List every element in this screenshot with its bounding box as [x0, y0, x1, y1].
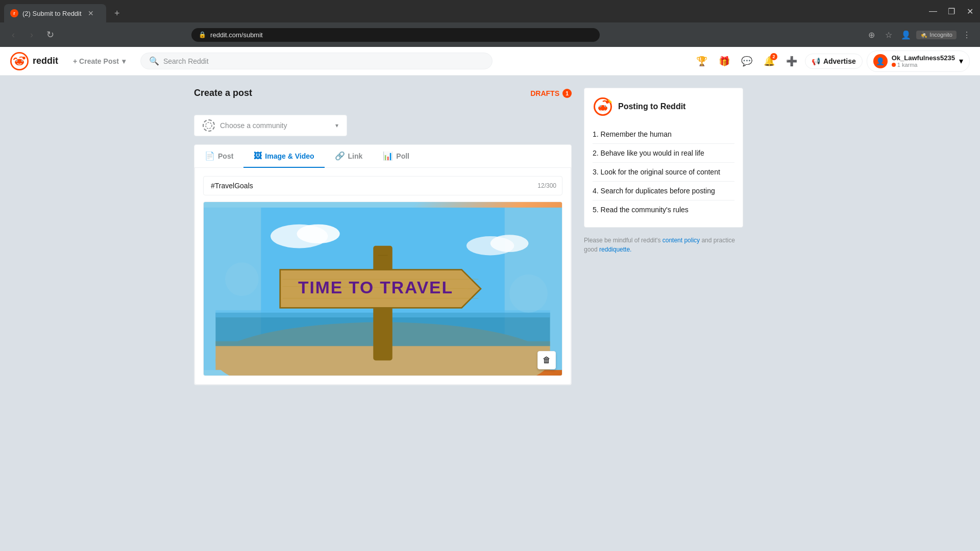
svg-point-32	[509, 274, 548, 313]
create-post-chevron: ▾	[122, 57, 126, 65]
browser-toolbar: ‹ › ↻ 🔒 reddit.com/submit ⊕ ☆ 👤 🕵 Incogn…	[0, 22, 980, 47]
tabs-header: 📄 Post 🖼 Image & Video 🔗 Link 📊 Poll	[194, 145, 571, 168]
minimize-button[interactable]: —	[927, 5, 939, 17]
incognito-badge: 🕵 Incognito	[916, 31, 957, 39]
profile-icon[interactable]: 👤	[899, 28, 913, 42]
megaphone-icon: 📢	[812, 57, 820, 65]
policy-text: Please be mindful of reddit's content po…	[584, 236, 743, 254]
add-button[interactable]: ➕	[782, 52, 801, 70]
image-container: TIME TO TRAVEL 🗑	[203, 202, 562, 376]
tab-link[interactable]: 🔗 Link	[325, 145, 373, 168]
notifications-button[interactable]: 🔔 2	[760, 52, 778, 70]
rule-item-4: 4. Search for duplicates before posting	[593, 182, 734, 201]
content-policy-link[interactable]: content policy	[663, 237, 700, 244]
image-tab-icon: 🖼	[254, 152, 262, 161]
coins-button[interactable]: 🎁	[715, 52, 733, 70]
user-info: Ok_Lawfulness5235 1 karma	[892, 54, 955, 68]
reddit-header: reddit + Create Post ▾ 🔍 Search Reddit 🏆…	[0, 47, 980, 76]
drafts-count: 1	[562, 89, 572, 98]
reddit-logo-svg	[10, 52, 29, 70]
main-content: Create a post DRAFTS 1 Choose a communit…	[184, 76, 796, 397]
link-tab-icon: 🔗	[335, 151, 345, 161]
active-tab[interactable]: r (2) Submit to Reddit ✕	[4, 4, 106, 22]
post-tab-icon: 📄	[205, 151, 215, 161]
svg-point-5	[16, 60, 17, 61]
trash-icon: 🗑	[543, 356, 551, 365]
travel-scene-svg: TIME TO TRAVEL	[204, 202, 562, 375]
karma-dot	[892, 63, 896, 67]
community-chooser[interactable]: Choose a community ▾	[194, 115, 347, 136]
community-circle-icon	[205, 122, 212, 129]
avatar: 👤	[873, 54, 888, 68]
page-title: Create a post	[194, 88, 252, 98]
svg-point-31	[225, 263, 259, 296]
policy-prefix: Please be mindful of reddit's	[584, 237, 663, 244]
tab-poll-label: Poll	[396, 152, 409, 160]
karma-value: 1 karma	[897, 62, 918, 68]
incognito-hat-icon: 🕵	[920, 32, 927, 38]
svg-text:TIME TO TRAVEL: TIME TO TRAVEL	[298, 278, 453, 297]
new-tab-button[interactable]: +	[110, 6, 124, 21]
tab-poll[interactable]: 📊 Poll	[373, 145, 420, 168]
tab-image-label: Image & Video	[265, 152, 314, 160]
window-controls: — ❐ ✕	[927, 5, 980, 21]
lock-icon: 🔒	[199, 31, 206, 38]
achievements-button[interactable]: 🏆	[693, 52, 711, 70]
toolbar-icons: ⊕ ☆ 👤 🕵 Incognito ⋮	[864, 28, 974, 42]
forward-button[interactable]: ›	[24, 28, 39, 42]
create-post-button[interactable]: + Create Post ▾	[66, 54, 132, 69]
restore-button[interactable]: ❐	[945, 5, 958, 17]
advertise-button[interactable]: 📢 Advertise	[805, 54, 863, 69]
reddiquette-link[interactable]: reddiquette.	[599, 246, 631, 253]
search-icon: 🔍	[149, 56, 159, 66]
search-bar[interactable]: 🔍 Search Reddit	[140, 53, 493, 69]
char-count: 12/300	[537, 182, 556, 189]
poll-tab-icon: 📊	[383, 151, 393, 161]
chat-button[interactable]: 💬	[738, 52, 756, 70]
rule-item-3: 3. Look for the original source of conte…	[593, 163, 734, 182]
incognito-label: Incognito	[929, 32, 952, 38]
tab-post[interactable]: 📄 Post	[194, 145, 243, 168]
menu-icon[interactable]: ⋮	[960, 28, 974, 42]
rule-item-1: 1. Remember the human	[593, 125, 734, 144]
notification-badge: 2	[770, 53, 777, 60]
tab-favicon: r	[10, 9, 18, 17]
user-menu-chevron: ▾	[959, 56, 963, 66]
drafts-button[interactable]: DRAFTS 1	[530, 89, 572, 98]
tab-link-label: Link	[348, 152, 363, 160]
advertise-label: Advertise	[823, 57, 856, 65]
reddit-mascot-icon	[593, 96, 613, 117]
browser-window: r (2) Submit to Reddit ✕ + — ❐ ✕ ‹ › ↻ 🔒…	[0, 0, 980, 47]
svg-point-39	[605, 106, 606, 107]
post-tabs: 📄 Post 🖼 Image & Video 🔗 Link 📊 Poll	[194, 144, 572, 385]
svg-point-13	[297, 224, 340, 243]
logo-text: reddit	[33, 56, 58, 66]
delete-image-button[interactable]: 🗑	[537, 351, 556, 369]
karma-display: 1 karma	[892, 62, 955, 68]
post-area: Create a post DRAFTS 1 Choose a communit…	[194, 88, 572, 385]
rule-item-5: 5. Read the community's rules	[593, 201, 734, 219]
title-input-wrapper: 12/300	[203, 176, 562, 195]
drafts-label: DRAFTS	[530, 89, 559, 97]
reload-button[interactable]: ↻	[43, 28, 57, 42]
posting-rules-card: Posting to Reddit 1. Remember the human …	[584, 88, 743, 228]
community-chevron-icon: ▾	[335, 122, 338, 129]
title-row: Create a post DRAFTS 1	[194, 88, 572, 107]
address-bar[interactable]: 🔒 reddit.com/submit	[191, 28, 600, 42]
create-post-label: + Create Post	[73, 57, 119, 65]
post-content-area: 12/300	[194, 168, 571, 385]
svg-point-8	[206, 122, 212, 129]
community-icon	[203, 119, 215, 132]
travel-image: TIME TO TRAVEL 🗑	[204, 202, 562, 375]
reddit-logo[interactable]: reddit	[10, 52, 58, 70]
tab-image-video[interactable]: 🖼 Image & Video	[243, 145, 324, 168]
title-input[interactable]	[203, 176, 562, 195]
close-button[interactable]: ✕	[964, 5, 976, 17]
back-button[interactable]: ‹	[6, 28, 20, 42]
tab-close-button[interactable]: ✕	[88, 9, 94, 17]
extensions-icon[interactable]: ⊕	[864, 28, 878, 42]
rules-title: Posting to Reddit	[618, 102, 685, 111]
community-placeholder: Choose a community	[220, 121, 330, 130]
user-menu[interactable]: 👤 Ok_Lawfulness5235 1 karma ▾	[867, 51, 970, 72]
bookmark-icon[interactable]: ☆	[881, 28, 896, 42]
